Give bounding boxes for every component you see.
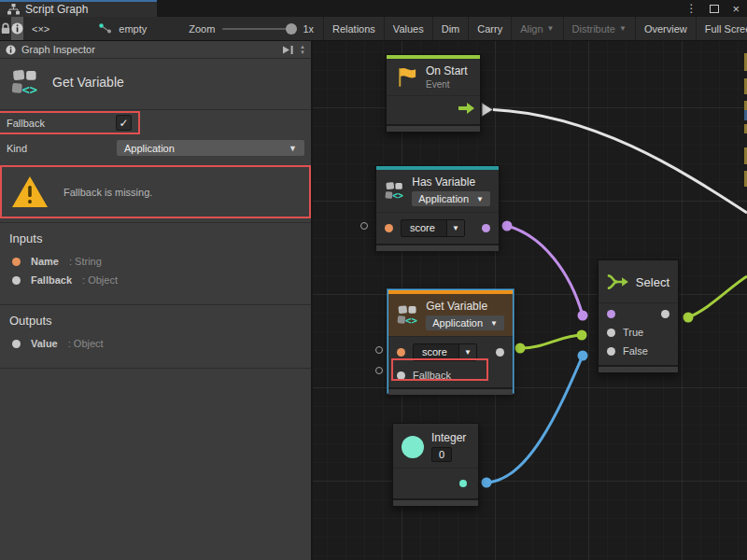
node-integer[interactable]: Integer 0	[392, 423, 479, 507]
variables-icon: <>	[11, 68, 39, 96]
true-input-port[interactable]	[607, 329, 615, 337]
zoom-slider[interactable]	[222, 28, 295, 30]
false-input-port[interactable]	[607, 347, 615, 356]
condition-input-port[interactable]	[607, 310, 615, 318]
menu-dots-icon[interactable]: ⋮	[685, 2, 697, 15]
variable-name-dropdown[interactable]: score ▼	[401, 219, 465, 237]
node-title: Has Variable	[412, 175, 490, 189]
graph-canvas[interactable]: On Start Event	[313, 41, 747, 560]
dim-button[interactable]: Dim	[432, 17, 469, 40]
info-icon	[11, 22, 23, 35]
bool-output-port[interactable]	[482, 224, 490, 232]
node-body: True False	[599, 302, 678, 363]
kind-dropdown-value: Application	[124, 143, 175, 154]
graph-inspector-panel: Graph Inspector ▲▼ <> Get Variable Fallb…	[0, 41, 313, 560]
wire-select-output[interactable]	[688, 276, 747, 317]
wires-layer	[313, 41, 747, 560]
flag-icon	[395, 65, 418, 89]
maximize-icon[interactable]	[710, 5, 719, 13]
node-header: <> Get Variable Application ▼	[388, 294, 513, 336]
inspector-header: Graph Inspector ▲▼	[0, 41, 311, 59]
wire-endpoint-purple[interactable]	[502, 221, 513, 231]
integer-type-icon	[402, 436, 424, 458]
wire-endpoint-green[interactable]	[515, 343, 526, 354]
carry-button[interactable]: Carry	[468, 17, 511, 40]
node-footer	[388, 387, 513, 395]
svg-text:<>: <>	[405, 315, 417, 327]
unconnected-port-ring[interactable]	[375, 346, 383, 354]
warning-box-annotated: Fallback is missing.	[2, 167, 309, 217]
integer-value-input[interactable]: 0	[431, 447, 452, 462]
name-input-port[interactable]	[385, 224, 393, 232]
tab-title: Script Graph	[25, 3, 88, 16]
lock-icon	[0, 22, 11, 35]
fallback-checkbox[interactable]: ✓	[116, 115, 132, 131]
selection-output-port[interactable]	[661, 310, 669, 318]
checkmark-icon: ✓	[120, 117, 129, 130]
wire-get-variable-to-select[interactable]	[520, 335, 582, 348]
overview-button[interactable]: Overview	[635, 17, 696, 40]
variables-icon: <>	[397, 302, 418, 328]
node-title: On Start	[426, 64, 468, 77]
input-port-row: Fallback : Object	[0, 271, 311, 289]
scope-dropdown[interactable]: Application ▼	[426, 315, 504, 330]
chevron-down-icon: ▼	[476, 195, 484, 203]
node-title: Get Variable	[426, 300, 504, 313]
false-port-label: False	[623, 345, 648, 357]
zoom-value: 1x	[303, 23, 314, 35]
inspector-toggle-button[interactable]	[11, 17, 23, 40]
values-button[interactable]: Values	[384, 17, 432, 40]
distribute-button: Distribute▼	[563, 17, 635, 40]
node-has-variable[interactable]: <> Has Variable Application ▼ score ▼	[375, 165, 500, 249]
breadcrumb-empty[interactable]: empty	[58, 17, 155, 40]
fullscreen-button[interactable]: Full Screen	[696, 17, 747, 40]
wire-has-variable-to-select[interactable]	[507, 226, 583, 315]
kind-dropdown[interactable]: Application ▼	[117, 140, 304, 156]
lock-button[interactable]	[0, 17, 11, 40]
window-controls: ⋮ ×	[685, 0, 747, 17]
object-port-dot	[12, 340, 21, 348]
code-preview-button[interactable]: <×>	[23, 17, 58, 40]
relations-button[interactable]: Relations	[323, 17, 384, 40]
unconnected-port-ring[interactable]	[375, 367, 383, 374]
wire-endpoint-blue[interactable]	[578, 351, 588, 361]
node-header: On Start Event	[387, 59, 480, 95]
close-icon[interactable]: ×	[732, 2, 740, 16]
wire-control-flow[interactable]	[493, 110, 747, 214]
node-footer	[387, 124, 480, 132]
scroll-spinner[interactable]: ▲▼	[300, 44, 305, 55]
integer-output-port[interactable]	[459, 480, 467, 487]
chevron-down-icon: ▼	[490, 319, 498, 328]
flow-arrow-icon[interactable]	[458, 103, 474, 114]
value-output-port[interactable]	[496, 348, 504, 357]
input-port-row: Name : String	[0, 252, 311, 271]
node-select[interactable]: Select True False	[598, 259, 679, 373]
unconnected-port-ring[interactable]	[360, 222, 368, 230]
wire-endpoint-green[interactable]	[684, 313, 694, 323]
graph-toolbar: <×> empty Zoom 1x Relations Values Dim C…	[0, 17, 747, 41]
node-body	[393, 468, 478, 498]
svg-text:<>: <>	[392, 190, 403, 201]
unit-title: Get Variable	[52, 75, 124, 90]
dock-icon[interactable]	[283, 46, 294, 54]
wire-endpoint-purple[interactable]	[578, 311, 588, 321]
chevron-down-icon: ▼	[619, 24, 627, 33]
svg-text:<>: <>	[22, 82, 38, 96]
tab-script-graph[interactable]: Script Graph	[0, 0, 157, 17]
zoom-slider-handle[interactable]	[286, 23, 297, 35]
fallback-field-annotated: Fallback ✓	[0, 113, 138, 133]
align-button: Align▼	[511, 17, 562, 40]
scope-dropdown[interactable]: Application ▼	[412, 191, 490, 206]
node-footer	[376, 244, 499, 251]
true-port-label: True	[623, 327, 643, 338]
tab-bar: Script Graph ⋮ ×	[0, 0, 747, 17]
wire-endpoint-blue[interactable]	[482, 478, 492, 488]
graph-node-icon	[99, 23, 112, 35]
name-input-port[interactable]	[397, 348, 405, 357]
zoom-label: Zoom	[189, 23, 215, 35]
fallback-port-annotation	[391, 358, 488, 381]
flow-port-triangle[interactable]	[482, 103, 493, 117]
wire-endpoint-green[interactable]	[577, 330, 587, 341]
inputs-title: Inputs	[0, 223, 311, 252]
node-on-start[interactable]: On Start Event	[386, 54, 481, 133]
